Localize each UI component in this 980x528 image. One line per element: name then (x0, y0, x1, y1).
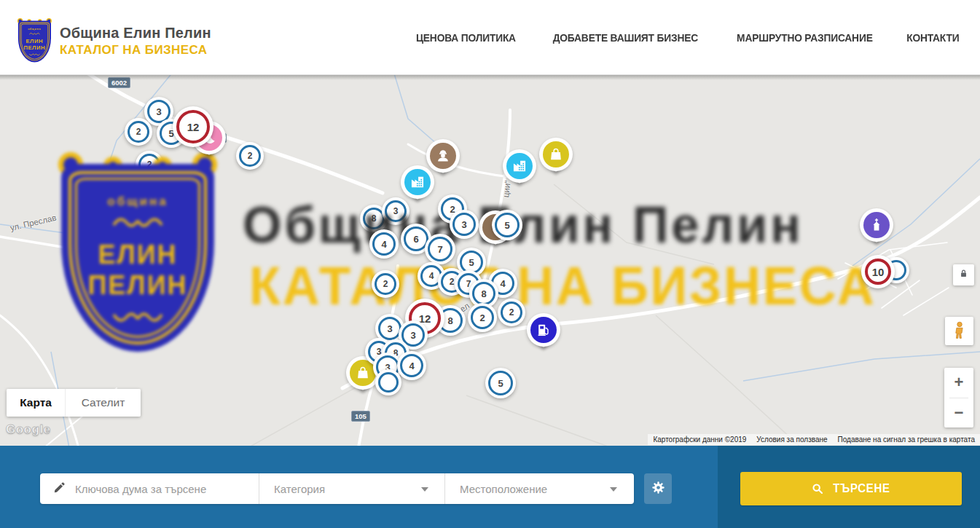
nav-item-contacts[interactable]: КОНТАКТИ (907, 31, 960, 44)
nav-item-add-business[interactable]: ДОБАВЕТЕ ВАШИЯТ БИЗНЕС (553, 31, 698, 44)
map-cluster-marker[interactable]: 4 (369, 229, 399, 259)
chevron-down-icon (421, 487, 428, 492)
map-cluster-marker[interactable]: 3 (450, 210, 479, 239)
lock-control[interactable] (953, 264, 974, 285)
chevron-down-icon (610, 487, 617, 492)
main-nav: ЦЕНОВА ПОЛИТИКА ДОБАВЕТЕ ВАШИЯТ БИЗНЕС М… (412, 0, 962, 75)
map-cluster-marker[interactable]: 2 (236, 142, 264, 170)
map-pin-factory[interactable] (401, 165, 434, 199)
map-type-map-button[interactable]: Карта (7, 389, 65, 417)
crest-name-line1: ЕЛИН (26, 38, 43, 44)
search-submit-button[interactable]: ТЪРСЕНЕ (740, 472, 962, 505)
map-markers: 325122235467542274822812333834510 (0, 75, 980, 446)
nav-item-pricing[interactable]: ЦЕНОВА ПОЛИТИКА (416, 31, 516, 44)
map-cluster-marker[interactable]: 2 (372, 270, 399, 298)
zoom-out-button[interactable]: − (944, 398, 973, 428)
pegman-icon (950, 320, 969, 342)
search-bar: Категория Местоположение ТЪРСЕНЕ (0, 446, 980, 528)
crest-ornament-bottom (28, 53, 41, 58)
crest-top-text: община (28, 28, 41, 31)
crest-ornament (28, 32, 41, 36)
category-dropdown-label: Категория (274, 483, 325, 495)
map-cluster-marker[interactable]: 2 (125, 118, 152, 146)
municipality-crest-logo: община ЕЛИН ПЕЛИН (17, 18, 52, 63)
map-cluster-marker[interactable]: 12 (173, 106, 213, 147)
map-type-satellite-button[interactable]: Сателит (65, 389, 141, 417)
site-title: Община Елин Пелин (60, 25, 211, 42)
map-canvas[interactable]: ул. Преславбул. „Новоселции“ 6002105 283… (0, 75, 980, 446)
attribution-report-link[interactable]: Подаване на сигнал за грешка в картата (838, 436, 975, 444)
nav-item-route-schedule[interactable]: МАРШРУТНО РАЗПИСАНИЕ (737, 31, 873, 44)
search-icon (811, 482, 824, 495)
map-cluster-marker[interactable]: 2 (468, 303, 497, 332)
search-button-label: ТЪРСЕНЕ (833, 482, 890, 495)
map-attribution: Картографски данни ©2019 Условия за полз… (648, 434, 980, 445)
advanced-search-settings-button[interactable] (644, 473, 672, 504)
map-pin-church[interactable] (860, 208, 893, 242)
location-dropdown[interactable]: Местоположение (445, 473, 633, 504)
lock-icon (958, 268, 969, 282)
map-cluster-marker[interactable]: 4 (397, 351, 426, 380)
map-cluster-marker[interactable]: 5 (492, 210, 522, 240)
site-subtitle: КАТАЛОГ НА БИЗНЕСА (60, 43, 211, 58)
zoom-in-button[interactable]: + (944, 368, 973, 398)
location-dropdown-label: Местоположение (460, 483, 547, 495)
zoom-control: + − (944, 368, 973, 427)
logo-text: Община Елин Пелин КАТАЛОГ НА БИЗНЕСА (60, 25, 211, 58)
map-pin-factory[interactable] (503, 149, 536, 183)
map-cluster-marker[interactable] (375, 369, 401, 395)
keyword-segment (40, 473, 259, 504)
street-view-pegman[interactable] (945, 317, 973, 345)
keyword-search-input[interactable] (75, 483, 259, 495)
attribution-copyright: Картографски данни ©2019 (653, 436, 746, 444)
map-cluster-marker[interactable]: 5 (485, 368, 516, 398)
map-cluster-marker[interactable]: 10 (861, 255, 895, 288)
google-logo[interactable]: Google (6, 422, 51, 437)
category-dropdown[interactable]: Категория (259, 473, 445, 504)
gear-icon (651, 480, 666, 497)
map-pin-fuel[interactable] (527, 313, 560, 347)
site-logo[interactable]: община ЕЛИН ПЕЛИН Община Елин Пелин КАТА… (17, 18, 211, 63)
map-cluster-marker[interactable]: 7 (425, 234, 455, 264)
attribution-terms-link[interactable]: Условия за ползване (756, 436, 827, 444)
header: община ЕЛИН ПЕЛИН Община Елин Пелин КАТА… (0, 0, 980, 75)
crest-name-line2: ПЕЛИН (24, 44, 45, 51)
page: община ЕЛИН ПЕЛИН Община Елин Пелин КАТА… (0, 0, 980, 528)
map-cluster-marker[interactable]: 2 (498, 299, 525, 326)
map-pin-bag[interactable] (539, 138, 573, 171)
pencil-icon (53, 481, 66, 497)
map-type-control: Карта Сателит (7, 389, 141, 417)
search-form: Категория Местоположение (40, 473, 634, 504)
